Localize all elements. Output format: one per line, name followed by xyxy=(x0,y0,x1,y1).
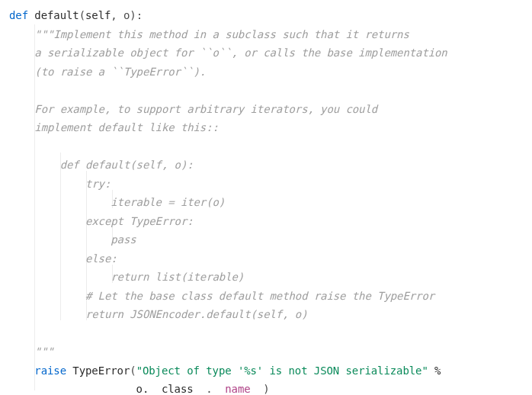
string-literal: "Object of type '%s' is not JSON seriali… xyxy=(136,364,428,377)
docstring-blank xyxy=(9,327,34,339)
docstring-line: """Implement this method in a subclass s… xyxy=(9,28,409,40)
docstring-code: def default(self, o): xyxy=(9,159,194,171)
docstring-line: (to raise a ``TypeError``). xyxy=(9,66,206,78)
docstring-blank xyxy=(9,84,34,96)
docstring-line: implement default like this:: xyxy=(9,121,219,133)
docstring-code: iterable = iter(o) xyxy=(9,196,225,208)
docstring-code: except TypeError: xyxy=(9,215,194,227)
keyword-def: def xyxy=(9,9,28,21)
docstring-code: return list(iterable) xyxy=(9,271,244,283)
raise-line: raise TypeError("Object of type '%s' is … xyxy=(9,361,523,381)
docstring-code: return JSONEncoder.default(self, o) xyxy=(9,308,307,320)
docstring-line: a serializable object for ``o``, or call… xyxy=(9,47,447,59)
docstring-code: try: xyxy=(9,178,111,190)
def-line: def default(self, o): xyxy=(9,6,523,25)
docstring-line: For example, to support arbitrary iterat… xyxy=(9,103,377,115)
docstring-code: pass xyxy=(9,233,136,246)
attr-name: __name__ xyxy=(213,383,264,395)
source-code: def default(self, o): """Implement this … xyxy=(9,6,523,395)
raise-continuation: o.__class__.__name__) xyxy=(9,380,523,395)
param-self: self xyxy=(85,9,111,21)
code-block: def default(self, o): """Implement this … xyxy=(9,6,523,395)
docstring-code: # Let the base class default method rais… xyxy=(9,290,434,302)
function-name: default xyxy=(28,9,79,21)
keyword-raise: raise xyxy=(34,364,66,377)
docstring-close: """ xyxy=(9,345,53,358)
class-typeerror: TypeError xyxy=(66,364,130,377)
docstring-blank xyxy=(9,140,34,153)
attr-class: __class__ xyxy=(149,383,206,395)
docstring-code: else: xyxy=(9,252,117,265)
